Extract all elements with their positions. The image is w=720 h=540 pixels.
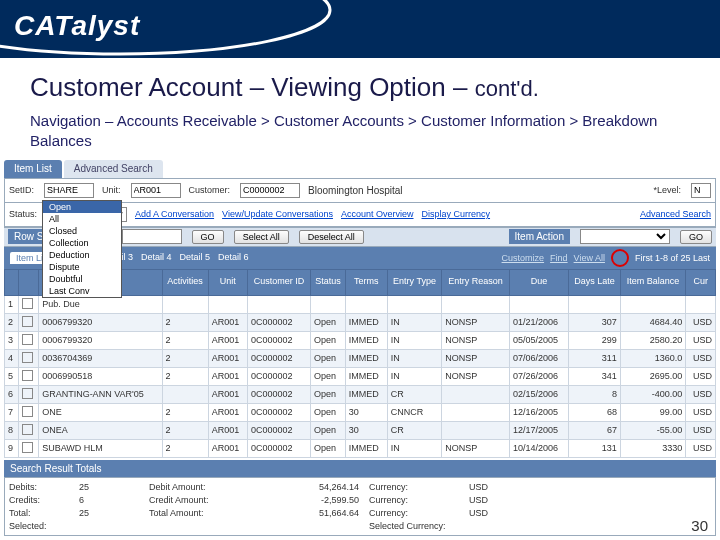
status-option[interactable]: Last Conv <box>43 285 121 297</box>
cell[interactable] <box>18 367 38 385</box>
view-all-link[interactable]: View All <box>574 253 605 263</box>
debits-value: 25 <box>79 482 139 492</box>
table-row: 300067993202AR0010C000002OpenIMMEDINNONS… <box>5 331 716 349</box>
row-checkbox[interactable] <box>22 352 33 363</box>
range-input[interactable] <box>122 229 182 244</box>
cell: IN <box>387 349 441 367</box>
tab-item-list[interactable]: Item List <box>4 160 62 178</box>
cell[interactable] <box>18 385 38 403</box>
cell: 2 <box>162 439 208 457</box>
cell: 30 <box>345 403 387 421</box>
cell <box>162 295 208 313</box>
cell[interactable] <box>18 421 38 439</box>
status-option[interactable]: Closed <box>43 225 121 237</box>
row-checkbox[interactable] <box>22 298 33 309</box>
status-option[interactable]: Deduction <box>43 249 121 261</box>
col-header[interactable]: Item Balance <box>620 269 685 295</box>
col-header[interactable] <box>18 269 38 295</box>
col-header[interactable] <box>5 269 19 295</box>
cell <box>442 385 510 403</box>
tab-advanced-search[interactable]: Advanced Search <box>64 160 163 178</box>
cell: Open <box>311 421 346 439</box>
select-all-button[interactable]: Select All <box>234 230 289 244</box>
row-checkbox[interactable] <box>22 316 33 327</box>
col-header[interactable]: Entry Reason <box>442 269 510 295</box>
cell: USD <box>686 421 716 439</box>
status-option[interactable]: Doubtful <box>43 273 121 285</box>
add-conversation-link[interactable]: Add A Conversation <box>135 209 214 219</box>
col-header[interactable]: Customer ID <box>247 269 310 295</box>
cell: 0C000002 <box>247 313 310 331</box>
cell: AR001 <box>208 421 247 439</box>
cell: 0C000002 <box>247 385 310 403</box>
cell: Open <box>311 349 346 367</box>
item-action-select[interactable] <box>580 229 670 244</box>
cell: 0036704369 <box>39 349 162 367</box>
level-input[interactable] <box>691 183 711 198</box>
customer-input[interactable] <box>240 183 300 198</box>
col-header[interactable]: Cur <box>686 269 716 295</box>
cell: 131 <box>569 439 621 457</box>
find-link[interactable]: Find <box>550 253 568 263</box>
go-button[interactable]: GO <box>192 230 224 244</box>
col-header[interactable]: Entry Type <box>387 269 441 295</box>
cell: IN <box>387 367 441 385</box>
unit-input[interactable] <box>131 183 181 198</box>
cell[interactable] <box>18 331 38 349</box>
status-option[interactable]: Collection <box>43 237 121 249</box>
cell[interactable] <box>18 439 38 457</box>
tab-detail6[interactable]: Detail 6 <box>218 252 249 264</box>
col-header[interactable]: Days Late <box>569 269 621 295</box>
tab-detail5[interactable]: Detail 5 <box>180 252 211 264</box>
display-currency-link[interactable]: Display Currency <box>422 209 491 219</box>
row-checkbox[interactable] <box>22 442 33 453</box>
cell[interactable] <box>18 295 38 313</box>
pager-text[interactable]: First 1-8 of 25 Last <box>635 253 710 263</box>
cell: AR001 <box>208 313 247 331</box>
cell[interactable] <box>18 403 38 421</box>
col-header[interactable]: Terms <box>345 269 387 295</box>
col-header[interactable]: Due <box>509 269 568 295</box>
cell <box>442 295 510 313</box>
tab-detail4[interactable]: Detail 4 <box>141 252 172 264</box>
deselect-all-button[interactable]: Deselect All <box>299 230 364 244</box>
advanced-search-link[interactable]: Advanced Search <box>640 209 711 219</box>
row-checkbox[interactable] <box>22 406 33 417</box>
cell: AR001 <box>208 385 247 403</box>
cell <box>509 295 568 313</box>
row-checkbox[interactable] <box>22 334 33 345</box>
view-conversations-link[interactable]: View/Update Conversations <box>222 209 333 219</box>
status-option[interactable]: Dispute <box>43 261 121 273</box>
cell[interactable] <box>18 349 38 367</box>
unit-label: Unit: <box>102 185 123 195</box>
cell[interactable] <box>18 313 38 331</box>
customize-link[interactable]: Customize <box>502 253 545 263</box>
col-header[interactable]: Activities <box>162 269 208 295</box>
status-option[interactable]: All <box>43 213 121 225</box>
row-checkbox[interactable] <box>22 388 33 399</box>
cell: NONSP <box>442 331 510 349</box>
cell: USD <box>686 349 716 367</box>
table-row: 9SUBAWD HLM2AR0010C000002OpenIMMEDINNONS… <box>5 439 716 457</box>
status-option[interactable]: Open <box>43 201 121 213</box>
row-checkbox[interactable] <box>22 424 33 435</box>
cell: USD <box>686 313 716 331</box>
status-dropdown-open[interactable]: Open All Closed Collection Deduction Dis… <box>42 200 122 298</box>
cell: 9 <box>5 439 19 457</box>
cell <box>162 385 208 403</box>
cell: 8 <box>5 421 19 439</box>
col-header[interactable]: Status <box>311 269 346 295</box>
currency-value: USD <box>469 482 529 492</box>
cell: 2695.00 <box>620 367 685 385</box>
cell: AR001 <box>208 349 247 367</box>
cell: 341 <box>569 367 621 385</box>
row-checkbox[interactable] <box>22 370 33 381</box>
credits-label: Credits: <box>9 495 69 505</box>
col-header[interactable]: Unit <box>208 269 247 295</box>
cell: 307 <box>569 313 621 331</box>
cell: 02/15/2006 <box>509 385 568 403</box>
account-overview-link[interactable]: Account Overview <box>341 209 414 219</box>
item-action-go-button[interactable]: GO <box>680 230 712 244</box>
setid-input[interactable] <box>44 183 94 198</box>
selected-label: Selected: <box>9 521 69 531</box>
